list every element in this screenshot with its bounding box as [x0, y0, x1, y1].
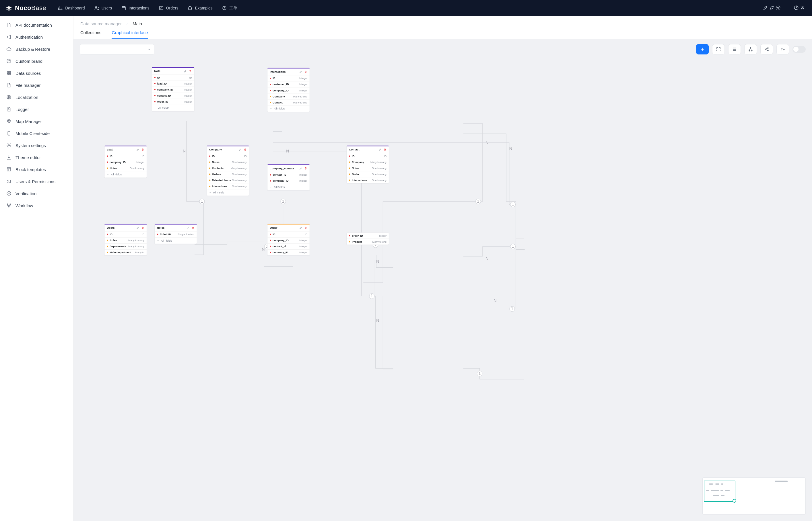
entity-products[interactable]: order_ID Integer Product Many to one: [347, 232, 389, 245]
entity-contact[interactable]: Contact ID ID Company Many to many Notes…: [347, 145, 389, 183]
entity-field[interactable]: customer_ID Integer: [268, 82, 309, 87]
breadcrumb-parent[interactable]: Data source manager: [80, 21, 122, 26]
edit-entity-button[interactable]: [187, 226, 190, 230]
sidebar-item-brand[interactable]: Custom brand: [2, 55, 71, 67]
edit-entity-button[interactable]: [299, 167, 302, 170]
entity-field[interactable]: lead_ID Integer: [152, 81, 194, 87]
entity-note[interactable]: Note ID ID lead_ID Integer company_ID In…: [152, 67, 194, 112]
edit-entity-button[interactable]: [184, 70, 187, 73]
entity-order[interactable]: Order ID ID company_ID Integer contact_i…: [267, 224, 309, 256]
sidebar-item-auth[interactable]: Authentication: [2, 31, 71, 43]
entity-field[interactable]: Company Many to many: [347, 159, 389, 165]
nav-item-interactions[interactable]: Interactions: [117, 4, 153, 12]
sidebar-item-logger[interactable]: Logger: [2, 103, 71, 115]
edit-entity-button[interactable]: [379, 148, 382, 151]
sidebar-item-map[interactable]: Map Manager: [2, 115, 71, 127]
fullscreen-button[interactable]: [712, 44, 725, 54]
diagram-canvas[interactable]: N1N1N1N1N1N1N1NN1N11 Note ID ID lead_ID …: [73, 39, 812, 521]
entity-field[interactable]: Notes One to many: [104, 165, 147, 172]
sidebar-item-backup[interactable]: Backup & Restore: [2, 43, 71, 55]
nav-item-orders[interactable]: Orders: [155, 4, 182, 12]
edit-entity-button[interactable]: [136, 148, 140, 151]
user-icon[interactable]: [800, 5, 805, 10]
gear-icon[interactable]: [775, 5, 781, 10]
relations-toggle[interactable]: [792, 46, 806, 53]
nav-item-users[interactable]: Users: [91, 4, 115, 12]
sidebar-item-verify[interactable]: Verification: [2, 187, 71, 200]
entity-field[interactable]: ID ID: [104, 153, 147, 159]
text-size-button[interactable]: [776, 44, 789, 54]
entity-field[interactable]: ID ID: [347, 153, 389, 159]
list-view-button[interactable]: [728, 44, 741, 54]
layout-button[interactable]: [744, 44, 757, 54]
entity-company[interactable]: Company ID ID Notes One to many Contacts…: [207, 145, 249, 196]
entity-field[interactable]: contact_ID Integer: [152, 93, 194, 99]
delete-entity-button[interactable]: [383, 148, 386, 151]
sidebar-item-theme[interactable]: Theme editor: [2, 151, 71, 163]
sidebar-item-mobile[interactable]: Mobile Client-side: [2, 127, 71, 139]
entity-interactions[interactable]: Interactions ID Integer customer_ID Inte…: [267, 68, 309, 112]
all-fields-toggle[interactable]: All Fields: [268, 106, 309, 112]
entity-field[interactable]: company_ID Integer: [268, 178, 309, 184]
tab-collections[interactable]: Collections: [80, 30, 101, 39]
delete-entity-button[interactable]: [191, 226, 195, 230]
entity-field[interactable]: ID ID: [207, 153, 249, 159]
delete-entity-button[interactable]: [304, 70, 307, 73]
entity-field[interactable]: Interactions One to many: [207, 183, 249, 189]
edit-entity-button[interactable]: [299, 226, 302, 230]
entity-field[interactable]: order_ID Integer: [152, 99, 194, 105]
entity-field[interactable]: Order One to many: [347, 172, 389, 177]
entity-field[interactable]: ID ID: [104, 231, 147, 237]
entity-field[interactable]: contact_ID Integer: [268, 172, 309, 178]
delete-entity-button[interactable]: [243, 148, 247, 151]
minimap[interactable]: [702, 477, 806, 515]
share-button[interactable]: [760, 44, 773, 54]
entity-field[interactable]: Role UID Single line text: [155, 231, 197, 237]
entity-lead[interactable]: Lead ID ID company_ID Integer Notes One …: [104, 145, 147, 178]
entity-field[interactable]: ID ID: [152, 75, 194, 81]
entity-field[interactable]: Releated leads One to many: [207, 177, 249, 183]
entity-field[interactable]: Contact Many to one: [268, 99, 309, 106]
minimap-viewport[interactable]: [704, 481, 735, 502]
entity-field[interactable]: Notes One to many: [207, 159, 249, 165]
entity-field[interactable]: ID ID: [268, 231, 309, 237]
entity-field[interactable]: Departments Many to many: [104, 244, 147, 250]
entity-field[interactable]: company_ID Integer: [152, 87, 194, 93]
entity-field[interactable]: Company Many to one: [268, 93, 309, 99]
entity-roles[interactable]: Roles Role UID Single line text All Fiel…: [154, 224, 197, 244]
entity-field[interactable]: company_ID Integer: [268, 87, 309, 93]
entity-field[interactable]: order_ID Integer: [347, 233, 389, 239]
entity-field[interactable]: Main department Many to: [104, 250, 147, 255]
nav-item-examples[interactable]: Examples: [184, 4, 216, 12]
entity-field[interactable]: Interactions One to many: [347, 177, 389, 183]
entity-field[interactable]: ID Integer: [268, 75, 309, 82]
edit-entity-button[interactable]: [239, 148, 242, 151]
entity-users[interactable]: Users ID ID Roles Many to many Departmen…: [104, 224, 147, 256]
entity-field[interactable]: Contacts Many to many: [207, 165, 249, 172]
sidebar-item-workflow[interactable]: Workflow: [2, 200, 71, 211]
delete-entity-button[interactable]: [141, 226, 144, 230]
entity-field[interactable]: contact_id Integer: [268, 244, 309, 250]
all-fields-toggle[interactable]: All Fields: [207, 189, 249, 196]
collection-filter-select[interactable]: [80, 44, 154, 54]
entity-field[interactable]: company_ID Integer: [104, 159, 147, 165]
entity-field[interactable]: currency_ID Integer: [268, 250, 309, 255]
entity-field[interactable]: Roles Many to many: [104, 237, 147, 244]
sidebar-item-ds[interactable]: Data sources: [2, 67, 71, 79]
sidebar-item-files[interactable]: File manager: [2, 79, 71, 91]
nav-item-dashboard[interactable]: Dashboard: [54, 4, 88, 12]
delete-entity-button[interactable]: [304, 226, 307, 230]
entity-field[interactable]: Orders One to many: [207, 172, 249, 177]
entity-field[interactable]: Product Many to one: [347, 239, 389, 245]
sidebar-item-locale[interactable]: Localization: [2, 91, 71, 103]
entity-field[interactable]: company_ID Integer: [268, 237, 309, 244]
delete-entity-button[interactable]: [189, 70, 192, 73]
all-fields-toggle[interactable]: All Fields: [152, 105, 194, 111]
edit-entity-button[interactable]: [136, 226, 140, 230]
brand-logo[interactable]: NocoBase: [5, 4, 46, 12]
rocket-icon[interactable]: [769, 5, 774, 10]
help-icon[interactable]: [794, 5, 799, 10]
entity-field[interactable]: Notes One to many: [347, 165, 389, 172]
sidebar-item-api-doc[interactable]: API documentation: [2, 19, 71, 31]
nav-item-gongdan[interactable]: 工单: [218, 4, 241, 12]
